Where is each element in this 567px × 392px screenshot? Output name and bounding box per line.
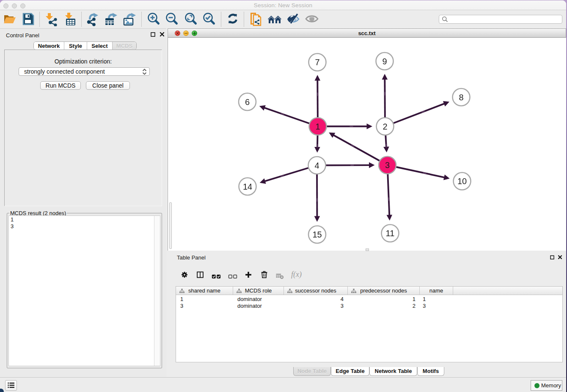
svg-text:15: 15: [312, 230, 322, 239]
svg-text:6: 6: [245, 97, 250, 107]
svg-text:1: 1: [315, 122, 320, 131]
svg-text:10: 10: [457, 177, 467, 186]
svg-text:8: 8: [459, 93, 463, 102]
svg-text:3: 3: [385, 160, 390, 170]
svg-text:7: 7: [315, 58, 319, 67]
svg-text:11: 11: [386, 229, 395, 238]
svg-text:9: 9: [382, 57, 387, 66]
svg-text:14: 14: [243, 182, 252, 191]
svg-text:4: 4: [314, 161, 319, 170]
svg-text:2: 2: [383, 122, 387, 131]
